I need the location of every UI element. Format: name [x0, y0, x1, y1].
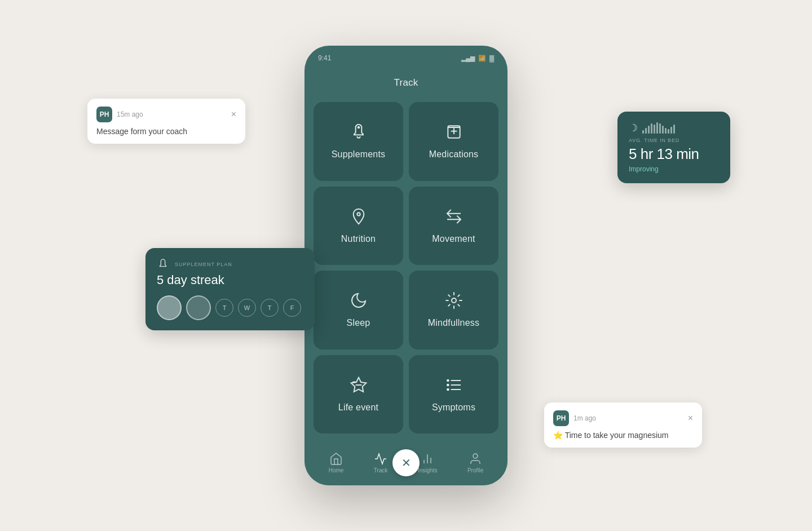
track-grid: Supplements Medications Nutrition	[304, 95, 508, 440]
sleep-status: Improving	[629, 165, 719, 173]
moon-icon: ☽	[629, 122, 638, 134]
movement-icon	[445, 207, 463, 228]
bar-7	[659, 123, 661, 134]
bottom-nav: Home Track ✕ Insights Profile	[304, 440, 508, 485]
life-event-label: Life event	[338, 402, 378, 413]
status-time: 9:41	[318, 54, 331, 62]
title-bar: Track	[304, 70, 508, 95]
track-card-medications[interactable]: Medications	[409, 102, 498, 181]
medication-label: Medications	[429, 149, 479, 160]
nav-profile[interactable]: Profile	[467, 452, 483, 474]
day-circle-t1: T	[215, 299, 233, 317]
track-card-supplements[interactable]: Supplements	[314, 102, 403, 181]
nav-insights[interactable]: Insights	[418, 452, 437, 474]
nav-home[interactable]: Home	[329, 452, 344, 474]
mindfullness-icon	[445, 291, 463, 312]
status-bar: 9:41 ▂▄▆ 📶 ▓	[304, 46, 508, 70]
supplement-plan-label: SUPPLEMENT PLAN	[175, 262, 232, 267]
notif-mag-message: ⭐ Time to take your magnesium	[553, 431, 693, 440]
svg-point-11	[447, 388, 449, 390]
supplement-top: SUPPLEMENT PLAN	[157, 258, 303, 271]
svg-point-10	[447, 384, 449, 386]
bar-2	[645, 128, 647, 134]
notif-mag-time: 1m ago	[573, 414, 596, 422]
notif-app-row: PH 15m ago	[96, 107, 143, 122]
sleep-bars	[642, 122, 675, 134]
svg-point-2	[452, 298, 456, 303]
bar-4	[651, 123, 652, 134]
track-card-life-event[interactable]: Life event	[314, 355, 403, 434]
status-right: ▂▄▆ 📶 ▓	[461, 55, 494, 62]
nav-track-label: Track	[374, 467, 388, 474]
notification-magnesium: PH 1m ago × ⭐ Time to take your magnesiu…	[544, 402, 702, 448]
notif-coach-close[interactable]: ×	[231, 110, 236, 119]
sleep-time: 5 hr 13 min	[629, 145, 719, 163]
notif-coach-message: Message form your coach	[96, 127, 236, 136]
nav-track[interactable]: Track	[374, 452, 388, 474]
symptoms-icon	[445, 376, 463, 397]
track-card-symptoms[interactable]: Symptoms	[409, 355, 498, 434]
supplement-day-circles: T W T F	[157, 295, 303, 320]
svg-point-15	[473, 454, 478, 458]
signal-icon: ▂▄▆	[461, 55, 475, 62]
notif-coach-time: 15m ago	[117, 110, 143, 118]
supplement-icon	[350, 123, 368, 144]
sleep-stats-card: ☽ AVG. TIME IN BED 5 hr 13 min Improving	[617, 112, 730, 183]
phone-frame: 9:41 ▂▄▆ 📶 ▓ Track Supplements	[304, 46, 508, 485]
bar-12	[673, 125, 675, 134]
day-circle-t2: T	[261, 299, 279, 317]
bar-10	[668, 129, 669, 134]
day-circle-w: W	[238, 299, 256, 317]
wifi-icon: 📶	[478, 55, 486, 62]
track-card-movement[interactable]: Movement	[409, 187, 498, 266]
svg-point-9	[447, 379, 449, 381]
supplement-card-icon	[157, 258, 169, 271]
nav-insights-label: Insights	[418, 467, 437, 474]
track-card-sleep[interactable]: Sleep	[314, 271, 403, 349]
battery-icon: ▓	[489, 55, 494, 61]
life-event-icon	[350, 376, 368, 397]
app-icon: PH	[96, 107, 112, 122]
medication-icon	[445, 123, 463, 144]
bar-1	[642, 130, 644, 134]
supplement-label: Supplements	[332, 149, 386, 160]
bar-11	[670, 127, 672, 134]
track-card-nutrition[interactable]: Nutrition	[314, 187, 403, 266]
circle-day-filled-1	[157, 295, 182, 320]
supplement-streak: 5 day streak	[157, 273, 303, 287]
supplement-plan-card: SUPPLEMENT PLAN 5 day streak T W T F	[145, 248, 315, 330]
notif-mag-app-row: PH 1m ago	[553, 410, 596, 426]
close-button[interactable]: ✕	[392, 449, 420, 476]
bar-9	[665, 128, 667, 134]
nutrition-label: Nutrition	[341, 234, 376, 244]
mindfullness-label: Mindfullness	[428, 318, 479, 328]
bar-5	[654, 125, 655, 134]
movement-label: Movement	[432, 234, 475, 244]
symptoms-label: Symptoms	[432, 402, 475, 413]
bar-3	[648, 126, 650, 134]
circle-day-2	[186, 295, 211, 320]
notif-magnesium-header: PH 1m ago ×	[553, 410, 693, 426]
svg-point-0	[358, 127, 359, 129]
notif-mag-app-icon: PH	[553, 410, 569, 426]
nutrition-icon	[350, 207, 368, 228]
nav-profile-label: Profile	[467, 467, 483, 474]
sleep-icon	[350, 291, 368, 312]
notification-coach: PH 15m ago × Message form your coach	[87, 99, 245, 144]
close-icon: ✕	[401, 456, 411, 470]
bar-6	[656, 122, 658, 134]
sleep-card-header: ☽	[629, 122, 719, 134]
day-circle-f: F	[283, 299, 301, 317]
sleep-label: Sleep	[347, 318, 370, 328]
svg-point-1	[357, 213, 360, 215]
status-left: 9:41	[318, 54, 331, 62]
notif-coach-header: PH 15m ago ×	[96, 107, 236, 122]
track-card-mindfullness[interactable]: Mindfullness	[409, 271, 498, 349]
notif-mag-close[interactable]: ×	[688, 414, 693, 423]
page-title: Track	[394, 77, 418, 88]
bar-8	[662, 126, 664, 134]
nav-home-label: Home	[329, 467, 344, 474]
sleep-label: AVG. TIME IN BED	[629, 138, 719, 143]
